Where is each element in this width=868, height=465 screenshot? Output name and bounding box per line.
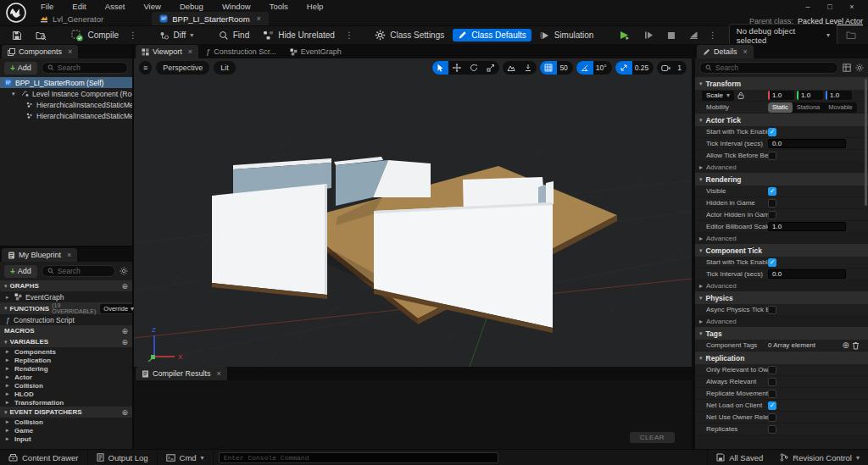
- caret-down-icon[interactable]: ▾: [12, 91, 18, 97]
- my-blueprint-search-input[interactable]: [58, 267, 109, 275]
- section-component-tick[interactable]: ▾Component Tick: [695, 244, 868, 257]
- tab-my-blueprint[interactable]: My Blueprint ×: [2, 248, 77, 262]
- lock-icon[interactable]: [737, 91, 744, 99]
- menu-tools[interactable]: Tools: [261, 2, 297, 11]
- variable-category-rendering[interactable]: ▸Rendering: [0, 364, 132, 373]
- advanced-expander[interactable]: ▸Advanced: [695, 280, 868, 291]
- select-tool-button[interactable]: [432, 61, 448, 75]
- override-dropdown[interactable]: Override ▾: [100, 304, 137, 313]
- grid-snap-button[interactable]: [540, 61, 557, 75]
- close-icon[interactable]: ×: [188, 47, 192, 56]
- maximize-icon[interactable]: □: [821, 3, 839, 11]
- gear-icon[interactable]: [120, 267, 128, 275]
- section-rendering[interactable]: ▾Rendering: [695, 173, 868, 185]
- macros-section-header[interactable]: MACROS ⊕: [0, 325, 132, 336]
- advanced-expander[interactable]: ▸Advanced: [695, 233, 868, 244]
- trash-icon[interactable]: [852, 341, 860, 350]
- checkbox-unchecked[interactable]: [768, 306, 776, 314]
- add-array-element-icon[interactable]: ⊕: [843, 341, 849, 350]
- caret-right-icon[interactable]: ▸: [6, 294, 11, 301]
- perspective-dropdown[interactable]: Perspective: [156, 61, 209, 75]
- play-options-icon[interactable]: ⋮: [707, 30, 719, 40]
- tab-construction-script[interactable]: ƒ Construction Scr...: [200, 45, 282, 58]
- construction-script-row[interactable]: ƒ Construction Script: [0, 314, 132, 325]
- scale-z-input[interactable]: [827, 91, 852, 99]
- close-icon[interactable]: ×: [843, 3, 861, 11]
- tree-row-root-component[interactable]: ▾ Level Instance Component (Root) Edit i: [0, 88, 132, 99]
- close-icon[interactable]: ×: [217, 369, 221, 378]
- viewport-canvas[interactable]: ≡ Perspective Lit: [134, 58, 692, 364]
- details-search-input[interactable]: [715, 64, 832, 72]
- scale-x-field[interactable]: [768, 91, 794, 100]
- close-tab-icon[interactable]: ×: [257, 14, 261, 23]
- grid-snap-value[interactable]: 50: [557, 64, 572, 72]
- mobility-movable[interactable]: Movable: [824, 102, 856, 113]
- lit-dropdown[interactable]: Lit: [214, 61, 236, 75]
- details-settings-gear-icon[interactable]: [855, 64, 864, 72]
- scale-x-input[interactable]: [770, 91, 794, 99]
- advanced-expander[interactable]: ▸Advanced: [695, 316, 868, 327]
- viewport-options-button[interactable]: ≡: [139, 61, 152, 75]
- add-dispatcher-icon[interactable]: ⊕: [121, 408, 128, 417]
- tick-interval-input[interactable]: [768, 139, 846, 148]
- details-scrollbar[interactable]: [865, 79, 867, 206]
- add-graph-icon[interactable]: ⊕: [121, 282, 128, 291]
- eventgraph-row[interactable]: ▸ EventGraph: [0, 291, 132, 302]
- tab-details[interactable]: Details ×: [697, 45, 754, 58]
- console-command-input[interactable]: [224, 454, 493, 462]
- hide-unrelated-button[interactable]: Hide Unrelated: [258, 29, 340, 42]
- variable-category-collision[interactable]: ▸Collision: [0, 381, 132, 390]
- surface-snap-button[interactable]: [520, 61, 537, 75]
- stop-button[interactable]: [662, 30, 681, 42]
- menu-view[interactable]: View: [135, 2, 169, 11]
- details-search[interactable]: [699, 62, 838, 74]
- add-component-button[interactable]: + Add: [4, 62, 37, 75]
- section-transform[interactable]: ▾Transform: [695, 77, 868, 90]
- tree-row-hism0[interactable]: HierarchicalInstancedStaticMesh: [0, 99, 132, 110]
- checkbox-unchecked[interactable]: [768, 425, 776, 434]
- find-button[interactable]: Find: [214, 29, 254, 42]
- menu-edit[interactable]: Edit: [64, 2, 94, 11]
- all-saved-button[interactable]: All Saved: [707, 450, 771, 465]
- variable-category-actor[interactable]: ▸Actor: [0, 373, 132, 381]
- advanced-expander[interactable]: ▸Advanced: [695, 162, 868, 173]
- scale-snap-value[interactable]: 0.25: [632, 64, 654, 72]
- tab-viewport[interactable]: Viewport ×: [136, 45, 198, 58]
- cmd-dropdown[interactable]: Cmd ▾: [158, 450, 214, 465]
- event-dispatchers-section-header[interactable]: ▾ EVENT DISPATCHERS ⊕: [0, 407, 132, 418]
- checkbox-unchecked[interactable]: [768, 211, 776, 219]
- menu-help[interactable]: Help: [298, 2, 332, 11]
- menu-file[interactable]: File: [32, 2, 62, 11]
- play-button[interactable]: [614, 28, 636, 42]
- camera-speed-button[interactable]: [657, 61, 675, 75]
- dispatcher-category-input[interactable]: ▸Input: [0, 435, 132, 443]
- dispatcher-category-game[interactable]: ▸Game: [0, 426, 132, 435]
- billboard-scale-input[interactable]: [768, 222, 846, 231]
- minimize-icon[interactable]: –: [798, 3, 817, 11]
- checkbox-unchecked[interactable]: [768, 413, 776, 422]
- simulation-button[interactable]: Simulation: [535, 29, 599, 42]
- tab-components[interactable]: Components ×: [2, 45, 78, 58]
- camera-speed-value[interactable]: 1: [675, 64, 687, 72]
- scale-tool-button[interactable]: [482, 61, 499, 75]
- revision-control-button[interactable]: Revision Control ▾: [771, 450, 868, 465]
- section-replication[interactable]: ▾Replication: [695, 352, 868, 364]
- checkbox-checked[interactable]: ✓: [768, 258, 776, 267]
- tab-compiler-results[interactable]: Compiler Results ×: [136, 367, 227, 380]
- class-defaults-button[interactable]: Class Defaults: [453, 29, 531, 42]
- tree-row-hism1[interactable]: HierarchicalInstancedStaticMesh1: [0, 110, 132, 121]
- checkbox-checked[interactable]: ✓: [768, 187, 776, 196]
- menu-debug[interactable]: Debug: [171, 2, 212, 11]
- rotate-tool-button[interactable]: [465, 61, 482, 75]
- variables-section-header[interactable]: ▾ VARIABLES ⊕: [0, 336, 132, 347]
- tree-row-self[interactable]: BPP_LI_StarterRoom (Self): [0, 77, 132, 88]
- compile-options-icon[interactable]: ⋮: [127, 30, 139, 40]
- clear-button[interactable]: CLEAR: [630, 432, 675, 443]
- mobility-stationary[interactable]: Stationa: [793, 102, 825, 113]
- move-tool-button[interactable]: [448, 61, 465, 75]
- variable-category-replication[interactable]: ▸Replication: [0, 356, 132, 364]
- class-settings-button[interactable]: Class Settings: [370, 28, 449, 42]
- checkbox-checked[interactable]: ✓: [768, 128, 776, 136]
- hide-unrelated-options-icon[interactable]: ⋮: [343, 30, 355, 40]
- mobility-static[interactable]: Static: [768, 102, 793, 113]
